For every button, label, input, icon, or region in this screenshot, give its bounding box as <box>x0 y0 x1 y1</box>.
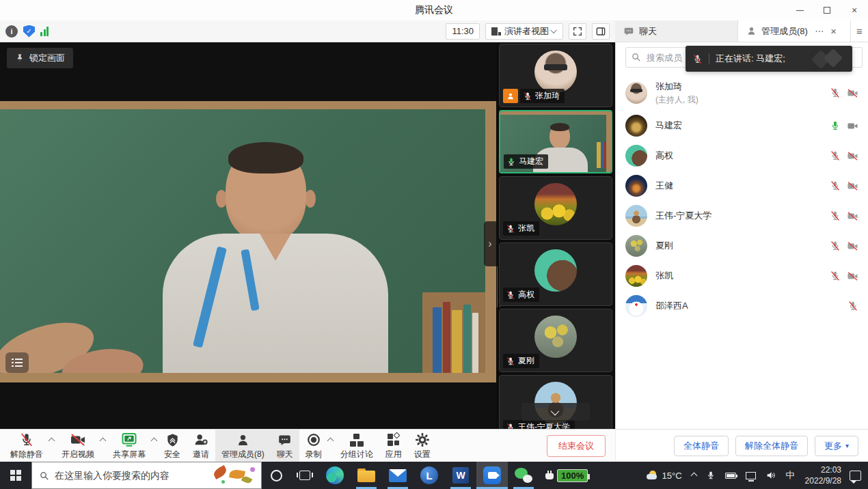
taskbar-search-box[interactable] <box>31 462 262 489</box>
member-row[interactable]: 王健 <box>616 171 868 201</box>
list-icon <box>12 359 23 367</box>
member-row[interactable]: 王伟-宁夏大学 <box>616 201 868 231</box>
end-meeting-button[interactable]: 结束会议 <box>547 435 606 457</box>
security-button[interactable]: 安全 <box>158 430 187 462</box>
panel-menu-button[interactable]: ≡ <box>850 20 868 42</box>
action-center-button[interactable] <box>847 471 868 481</box>
tab-chat[interactable]: 聊天 <box>615 20 738 42</box>
mic-on-icon[interactable] <box>830 120 841 131</box>
invite-button[interactable]: 邀请 <box>187 430 215 462</box>
minimize-button[interactable] <box>786 0 813 20</box>
battery-percent: 100% <box>557 469 588 482</box>
camera-muted-icon[interactable] <box>847 210 858 222</box>
tab-members[interactable]: 管理成员(8) ⋯ × <box>738 20 850 42</box>
mic-muted-icon[interactable] <box>830 87 841 98</box>
video-options-chevron[interactable] <box>100 430 107 462</box>
taskbar-app-wechat[interactable] <box>508 462 539 489</box>
taskbar-app-lenovo[interactable]: L <box>413 462 445 489</box>
tray-battery-icon[interactable] <box>720 462 741 489</box>
taskbar-app-word[interactable]: W <box>445 462 476 489</box>
battery-widget[interactable]: 100% <box>539 462 593 489</box>
fullscreen-button[interactable] <box>569 23 586 40</box>
caption-list-button[interactable] <box>5 352 29 373</box>
member-row[interactable]: 张加琦 (主持人, 我) <box>616 75 868 111</box>
record-options-chevron[interactable] <box>328 430 334 462</box>
tencent-meeting-window: 腾讯会议 × i ✓ 11:30 演讲者视图 聊天 <box>0 0 868 489</box>
breakout-rooms-button[interactable]: 分组讨论 <box>334 430 379 462</box>
video-tile[interactable]: 王伟-宁夏大学 <box>499 375 612 429</box>
taskbar-app-file-explorer[interactable] <box>351 462 382 489</box>
close-button[interactable]: × <box>841 0 868 20</box>
taskbar-app-edge[interactable] <box>319 462 351 489</box>
member-row[interactable]: 夏刚 <box>616 231 868 261</box>
video-tile-active-speaker[interactable]: 马建宏 <box>499 110 612 173</box>
taskbar-app-mail[interactable] <box>382 462 413 489</box>
more-button[interactable]: 更多 ▾ <box>815 436 858 456</box>
camera-muted-icon[interactable] <box>847 270 858 282</box>
manage-members-button[interactable]: 管理成员(8) <box>215 430 271 462</box>
lock-view-button[interactable]: 锁定画面 <box>7 48 73 68</box>
participant-name: 夏刚 <box>518 355 534 367</box>
share-options-chevron[interactable] <box>152 430 158 462</box>
mic-muted-icon[interactable] <box>830 270 841 281</box>
apps-button[interactable]: 应用 <box>379 430 408 462</box>
view-mode-label: 演讲者视图 <box>504 25 549 38</box>
unmute-all-button[interactable]: 解除全体静音 <box>735 436 808 456</box>
camera-on-icon[interactable] <box>847 120 858 132</box>
mic-muted-icon[interactable] <box>847 301 858 311</box>
panel-more-button[interactable]: ⋯ <box>815 26 824 36</box>
filmstrip-scroll-down-button[interactable] <box>521 403 590 421</box>
settings-button[interactable]: 设置 <box>408 430 437 462</box>
host-badge-icon <box>503 89 518 103</box>
collapse-filmstrip-button[interactable]: › <box>484 221 496 266</box>
avatar <box>625 175 647 197</box>
mute-all-button[interactable]: 全体静音 <box>674 436 729 456</box>
mic-muted-icon[interactable] <box>830 150 841 161</box>
member-name: 王健 <box>655 180 822 192</box>
chat-button[interactable]: 聊天 <box>271 430 299 462</box>
task-view-button[interactable] <box>290 462 319 489</box>
member-row[interactable]: 马建宏 <box>616 111 868 141</box>
maximize-icon <box>824 7 830 14</box>
ime-indicator[interactable]: 中 <box>781 462 800 489</box>
mic-muted-icon[interactable] <box>830 180 841 191</box>
mic-muted-icon[interactable] <box>830 240 841 251</box>
share-screen-button[interactable]: 共享屏幕 <box>107 430 152 462</box>
taskbar-app-tencent-meeting[interactable] <box>476 462 508 489</box>
video-tile[interactable]: 夏刚 <box>499 309 612 372</box>
member-row[interactable]: 张凯 <box>616 261 868 291</box>
view-mode-selector[interactable]: 演讲者视图 <box>485 23 563 40</box>
video-tile[interactable]: 张加琦 <box>499 44 612 107</box>
chevron-down-icon <box>550 406 559 415</box>
camera-muted-icon[interactable] <box>847 240 858 252</box>
video-tile[interactable]: 张凯 <box>499 176 612 240</box>
tray-expand-button[interactable] <box>687 462 701 489</box>
camera-muted-icon[interactable] <box>847 180 858 192</box>
network-signal-icon[interactable] <box>40 27 49 36</box>
maximize-button[interactable] <box>813 0 841 20</box>
start-button[interactable] <box>0 462 31 489</box>
meeting-info-icon[interactable]: i <box>5 25 18 38</box>
start-video-button[interactable]: 开启视频 <box>55 430 100 462</box>
tray-volume-icon[interactable] <box>761 462 781 489</box>
tray-mic-icon[interactable] <box>701 462 720 489</box>
panel-close-button[interactable]: × <box>830 25 837 37</box>
side-panel-toggle-button[interactable] <box>592 23 610 40</box>
member-row[interactable]: 邵泽西A <box>616 291 868 321</box>
weather-widget[interactable]: 15°C <box>642 462 687 489</box>
mic-options-chevron[interactable] <box>49 430 55 462</box>
tray-network-icon[interactable] <box>741 462 761 489</box>
task-view-icon <box>299 471 310 480</box>
camera-muted-icon[interactable] <box>847 150 858 162</box>
video-tile[interactable]: 高权 <box>499 242 612 306</box>
speaker-video-feed <box>0 101 496 382</box>
camera-muted-icon[interactable] <box>847 87 858 99</box>
taskbar-clock[interactable]: 22:03 2022/9/28 <box>800 464 847 486</box>
meeting-security-shield-icon[interactable]: ✓ <box>23 25 35 38</box>
record-button[interactable]: 录制 <box>299 430 328 462</box>
unmute-button[interactable]: 解除静音 <box>4 430 49 462</box>
member-row[interactable]: 高权 <box>616 141 868 171</box>
breakout-rooms-icon <box>350 433 364 447</box>
cortana-button[interactable] <box>262 462 290 489</box>
mic-muted-icon[interactable] <box>830 210 841 221</box>
